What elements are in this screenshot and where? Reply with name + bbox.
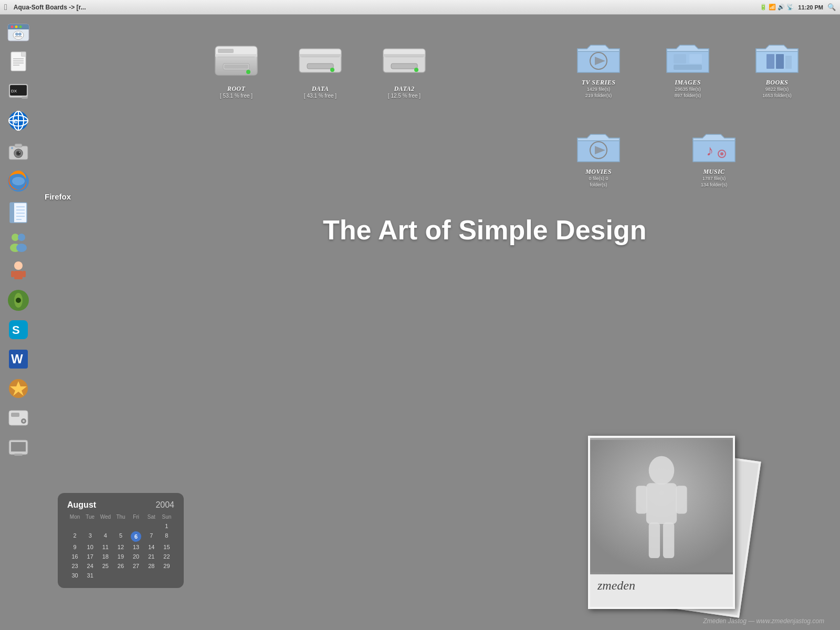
svg-point-63 [23, 420, 25, 422]
calendar-year: 2004 [155, 500, 174, 510]
svg-rect-77 [307, 64, 333, 69]
skype-icon[interactable]: S [5, 316, 32, 343]
search-icon[interactable]: 🔍 [827, 3, 836, 11]
person-icon[interactable] [5, 257, 32, 285]
folders-row1: TV SERIES 1429 file(s) 219 folder(s) IMA… [567, 36, 808, 99]
cal-day-31: 31 [82, 571, 98, 580]
data-drive[interactable]: DATA [ 43.1 % free ] [294, 36, 346, 99]
tv-series-icon [575, 36, 622, 78]
sidebar: DX e [0, 15, 37, 630]
tv-series-folder[interactable]: TV SERIES 1429 file(s) 219 folder(s) [567, 36, 630, 99]
day-tue: Tue [82, 514, 98, 520]
word-icon[interactable]: W [5, 345, 32, 373]
firefox-icon[interactable] [3, 166, 34, 196]
svg-text:e: e [14, 117, 18, 125]
cal-day-15: 15 [159, 543, 174, 551]
cal-day-empty [113, 571, 128, 580]
cal-day-6-today: 6 [131, 531, 141, 542]
images-label: IMAGES [675, 79, 701, 87]
svg-point-6 [13, 31, 24, 39]
images-line1: 29635 file(s) [675, 87, 701, 93]
svg-rect-2 [8, 27, 29, 29]
icon-14[interactable] [5, 375, 32, 402]
cal-week-2: 2 3 4 5 6 7 8 [67, 531, 174, 542]
disk-utility-icon[interactable] [5, 404, 32, 432]
cal-day-17: 17 [82, 552, 98, 561]
movies-folder[interactable]: MOVIES 0 file(s) 0 folder(s) [567, 125, 630, 188]
cal-day-20: 20 [129, 552, 144, 561]
cal-day-21: 21 [144, 552, 159, 561]
cal-day-30: 30 [67, 571, 82, 580]
menubar:  Aqua-Soft Boards -> [r... 🔋 📶 🔊 📡 11:2… [0, 0, 840, 15]
root-drive[interactable]: ROOT [ 53.1 % free ] [210, 36, 262, 99]
cal-day-empty [159, 571, 174, 580]
svg-point-98 [649, 456, 675, 485]
cal-day-24: 24 [82, 562, 98, 570]
data2-drive[interactable]: DATA2 [ 12.5 % free ] [378, 36, 430, 99]
svg-point-45 [18, 234, 25, 241]
day-fri: Fri [129, 514, 144, 520]
cal-day-9: 9 [67, 543, 82, 551]
root-drive-label: ROOT [227, 85, 246, 93]
svg-point-32 [19, 152, 20, 153]
page-signature: Zmeden Jastog — www.zmedenjastog.com [703, 617, 824, 625]
dvd-player-icon[interactable]: DX [5, 78, 32, 105]
books-label: BOOKS [766, 79, 789, 87]
svg-rect-69 [215, 54, 257, 57]
cal-day-empty [129, 522, 144, 530]
svg-point-3 [11, 26, 14, 28]
data-drive-icon [297, 36, 344, 83]
images-icon [664, 36, 711, 78]
svg-text:W: W [11, 352, 23, 366]
cal-week-3: 9 10 11 12 13 14 15 [67, 543, 174, 551]
cal-day-1: 1 [159, 522, 174, 530]
svg-point-44 [12, 234, 19, 241]
music-line1: 1787 file(s) [702, 176, 726, 182]
notepad-icon[interactable] [5, 198, 32, 226]
svg-point-72 [246, 70, 250, 74]
svg-text:♪: ♪ [706, 142, 713, 159]
desktop: DX e [0, 15, 840, 630]
apple-menu[interactable]:  [4, 3, 7, 12]
data2-drive-label: DATA2 [394, 85, 414, 93]
polaroid-front: zmeden [588, 436, 735, 609]
day-sun: Sun [159, 514, 174, 520]
svg-rect-103 [663, 522, 674, 558]
internet-explorer-icon[interactable]: e [5, 107, 32, 134]
finder-icon[interactable] [5, 19, 32, 46]
images-folder[interactable]: IMAGES 29635 file(s) 897 folder(s) [656, 36, 719, 99]
svg-point-47 [16, 244, 27, 252]
cal-day-18: 18 [98, 552, 113, 561]
calendar-header: August 2004 [67, 500, 174, 510]
svg-point-4 [15, 26, 18, 28]
day-thu: Thu [113, 514, 128, 520]
svg-rect-91 [785, 56, 792, 69]
cal-day-7: 7 [144, 531, 159, 542]
cal-week-6: 30 31 [67, 571, 174, 580]
calendar-month: August [67, 500, 96, 510]
itunes-icon[interactable] [5, 287, 32, 314]
cal-day-19: 19 [113, 552, 128, 561]
svg-point-33 [11, 147, 13, 149]
cal-week-5: 23 24 25 26 27 28 29 [67, 562, 174, 570]
folders-area: TV SERIES 1429 file(s) 219 folder(s) IMA… [567, 36, 808, 188]
cal-day-empty [98, 522, 113, 530]
svg-rect-81 [383, 54, 425, 57]
svg-rect-73 [218, 49, 234, 53]
buddies-icon[interactable] [5, 228, 32, 255]
books-folder[interactable]: BOOKS 9822 file(s) 1653 folder(s) [746, 36, 808, 99]
svg-rect-61 [11, 413, 19, 417]
svg-rect-65 [11, 442, 26, 452]
cal-day-10: 10 [82, 543, 98, 551]
cal-day-13: 13 [129, 543, 144, 551]
camera-icon[interactable] [5, 136, 32, 164]
data2-drive-icon [381, 36, 428, 83]
finder2-icon[interactable] [5, 434, 32, 461]
svg-rect-51 [23, 271, 26, 277]
music-folder[interactable]: ♪ MUSIC 1787 file(s) 134 folder(s) [682, 125, 746, 188]
music-line2: 134 folder(s) [701, 182, 728, 188]
svg-point-96 [720, 152, 723, 155]
document-icon[interactable] [5, 48, 32, 76]
menubar-left:  Aqua-Soft Boards -> [r... [4, 3, 86, 12]
movies-line1: 0 file(s) 0 [589, 176, 608, 182]
